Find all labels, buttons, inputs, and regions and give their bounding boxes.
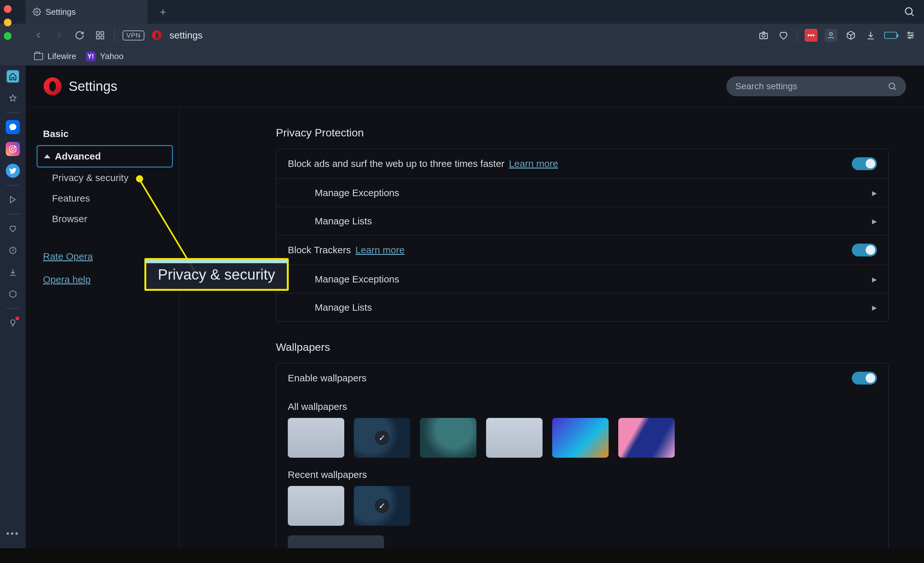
wallpaper-thumb[interactable] xyxy=(486,418,543,458)
snapshot-icon[interactable] xyxy=(757,29,770,42)
rail-separator xyxy=(6,185,19,186)
row-label: Manage Lists xyxy=(315,216,372,227)
address-text[interactable]: settings xyxy=(170,30,202,41)
rail-separator xyxy=(6,214,19,215)
svg-point-0 xyxy=(36,11,38,13)
wallpaper-thumb-selected[interactable] xyxy=(354,418,410,458)
rail-separator xyxy=(6,113,19,113)
row-manage-lists[interactable]: Manage Lists ▸ xyxy=(276,207,888,235)
row-manage-exceptions-trackers[interactable]: Manage Exceptions ▸ xyxy=(276,265,888,293)
toolbar-divider xyxy=(797,29,798,42)
battery-icon[interactable] xyxy=(884,32,897,39)
all-wallpapers-list xyxy=(276,415,888,467)
search-placeholder: Search settings xyxy=(735,81,797,92)
rail-pinboard[interactable] xyxy=(6,91,20,105)
svg-rect-3 xyxy=(101,32,104,35)
easy-setup-icon[interactable] xyxy=(904,29,917,42)
tabs-search-button[interactable] xyxy=(903,6,916,19)
block-ads-toggle[interactable] xyxy=(852,157,877,170)
bookmark-label: Yahoo xyxy=(100,51,123,61)
wallpaper-thumb-selected[interactable] xyxy=(354,486,410,526)
rail-history[interactable] xyxy=(6,243,20,257)
rail-tips[interactable] xyxy=(6,316,20,330)
row-label: Block ads and surf the web up to three t… xyxy=(288,158,504,169)
bookmark-lifewire[interactable]: Lifewire xyxy=(34,51,76,61)
rail-player[interactable] xyxy=(6,192,20,207)
sidebar-item-browser[interactable]: Browser xyxy=(37,209,173,229)
back-button[interactable] xyxy=(32,29,45,42)
search-settings-input[interactable]: Search settings xyxy=(726,77,906,96)
vpn-badge[interactable]: VPN xyxy=(123,30,144,41)
rail-home[interactable] xyxy=(6,69,20,83)
sidebar-item-features[interactable]: Features xyxy=(37,188,173,209)
chevron-right-icon: ▸ xyxy=(872,273,877,285)
sidebar-label: Advanced xyxy=(55,151,101,162)
svg-rect-4 xyxy=(97,36,99,39)
link-opera-help[interactable]: Opera help xyxy=(37,271,97,288)
window-minimize[interactable] xyxy=(4,19,12,26)
profile-icon[interactable] xyxy=(825,29,837,42)
folder-icon xyxy=(34,53,43,60)
forward-button[interactable] xyxy=(52,29,66,42)
recent-wallpapers-list xyxy=(276,483,888,535)
new-tab-button[interactable]: + xyxy=(157,6,170,18)
cube-icon[interactable] xyxy=(844,29,857,42)
downloads-icon[interactable] xyxy=(864,29,877,42)
search-icon xyxy=(887,81,897,91)
rail-extensions[interactable] xyxy=(6,287,20,301)
app-rail: ••• xyxy=(0,66,26,548)
sidebar-item-label: Features xyxy=(52,193,90,204)
sidebar-item-label: Privacy & security xyxy=(52,173,128,183)
heart-icon[interactable] xyxy=(777,29,790,42)
block-trackers-toggle[interactable] xyxy=(852,244,877,257)
tab-settings[interactable]: Settings xyxy=(26,0,148,24)
learn-more-link[interactable]: Learn more xyxy=(509,158,558,169)
settings-header: Settings Search settings xyxy=(26,66,924,107)
svg-point-13 xyxy=(12,148,14,150)
svg-point-8 xyxy=(830,32,832,35)
rail-messenger[interactable] xyxy=(6,120,20,134)
chevron-up-icon xyxy=(44,155,50,158)
row-manage-exceptions[interactable]: Manage Exceptions ▸ xyxy=(276,179,888,207)
enable-wallpapers-toggle[interactable] xyxy=(852,372,877,384)
section-wallpapers: Wallpapers xyxy=(276,341,889,353)
sidebar-advanced[interactable]: Advanced xyxy=(37,145,173,168)
row-manage-lists-trackers[interactable]: Manage Lists ▸ xyxy=(276,293,888,321)
rail-more[interactable]: ••• xyxy=(6,526,20,540)
link-rate-opera[interactable]: Rate Opera xyxy=(37,248,99,265)
chevron-right-icon: ▸ xyxy=(872,187,877,198)
extension-red-icon[interactable]: ••• xyxy=(805,29,818,42)
gear-icon xyxy=(33,8,41,16)
bookmark-label: Lifewire xyxy=(48,51,76,61)
wallpaper-thumb[interactable] xyxy=(288,486,344,526)
window-close[interactable] xyxy=(4,5,12,13)
wallpaper-thumb[interactable] xyxy=(618,418,675,458)
rail-twitter[interactable] xyxy=(6,164,20,178)
wallpaper-thumb[interactable] xyxy=(420,418,476,458)
chevron-right-icon: ▸ xyxy=(872,215,877,227)
rail-instagram[interactable] xyxy=(6,142,20,156)
row-label: Recent wallpapers xyxy=(288,469,367,480)
window-zoom[interactable] xyxy=(4,32,12,40)
yahoo-icon: Y! xyxy=(86,52,96,61)
row-label: Manage Lists xyxy=(315,302,372,313)
svg-point-9 xyxy=(908,32,910,34)
svg-point-14 xyxy=(14,146,15,147)
rail-separator xyxy=(6,308,19,309)
rail-heart[interactable] xyxy=(6,221,20,236)
sidebar-item-label: Browser xyxy=(52,213,87,224)
rail-downloads[interactable] xyxy=(6,265,20,279)
get-more-wallpapers-button[interactable] xyxy=(288,535,384,548)
wallpaper-thumb[interactable] xyxy=(288,418,344,458)
svg-rect-2 xyxy=(97,32,99,35)
nav-toolbar: VPN settings ••• xyxy=(0,24,924,47)
reload-button[interactable] xyxy=(73,29,86,42)
speed-dial-button[interactable] xyxy=(94,29,106,42)
wallpaper-thumb[interactable] xyxy=(552,418,609,458)
row-block-ads: Block ads and surf the web up to three t… xyxy=(276,149,888,179)
bookmark-yahoo[interactable]: Y! Yahoo xyxy=(86,51,123,61)
sidebar-item-privacy-security[interactable]: Privacy & security xyxy=(37,168,173,188)
learn-more-link[interactable]: Learn more xyxy=(356,245,405,255)
sidebar-basic[interactable]: Basic xyxy=(37,123,173,145)
row-enable-wallpapers: Enable wallpapers xyxy=(276,363,888,393)
